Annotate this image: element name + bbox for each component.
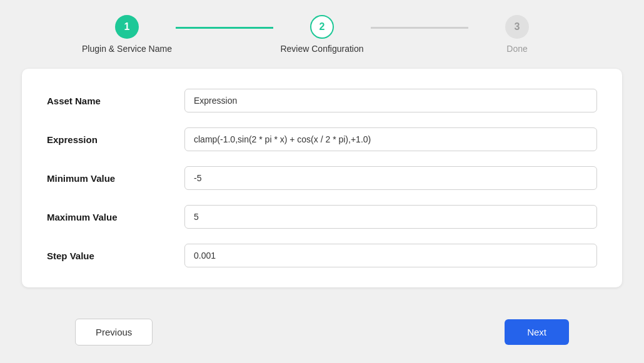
step-value-row: Step Value (47, 244, 597, 267)
step-2-label: Review Configuration (280, 44, 363, 54)
step-value-label: Step Value (47, 251, 184, 261)
maximum-value-input[interactable] (184, 205, 597, 229)
step-3-circle: 3 (505, 15, 529, 39)
minimum-value-input[interactable] (184, 166, 597, 190)
minimum-value-label: Minimum Value (47, 173, 184, 184)
step-3-label: Done (506, 44, 527, 54)
expression-row: Expression (47, 127, 597, 151)
bottom-bar: Previous Next (0, 301, 644, 363)
asset-name-label: Asset Name (47, 96, 184, 106)
step-1-label: Plugin & Service Name (82, 44, 172, 54)
minimum-value-row: Minimum Value (47, 166, 597, 190)
expression-input[interactable] (184, 127, 597, 151)
step-3-number: 3 (515, 21, 520, 32)
asset-name-row: Asset Name (47, 89, 597, 112)
maximum-value-row: Maximum Value (47, 205, 597, 229)
next-button[interactable]: Next (505, 319, 569, 345)
step-2: 2 Review Configuration (273, 15, 371, 54)
step-3: 3 Done (468, 15, 566, 54)
step-1-circle: 1 (115, 15, 139, 39)
maximum-value-label: Maximum Value (47, 212, 184, 222)
stepper: 1 Plugin & Service Name 2 Review Configu… (0, 0, 644, 66)
asset-name-input[interactable] (184, 89, 597, 112)
previous-button[interactable]: Previous (75, 319, 153, 346)
configuration-card: Asset Name Expression Minimum Value Maxi… (22, 69, 622, 287)
expression-label: Expression (47, 134, 184, 145)
step-value-input[interactable] (184, 244, 597, 267)
step-1: 1 Plugin & Service Name (78, 15, 176, 54)
step-1-number: 1 (124, 21, 130, 32)
step-2-circle: 2 (310, 15, 334, 39)
step-2-number: 2 (319, 21, 325, 32)
connector-2 (371, 26, 468, 29)
connector-1 (176, 26, 273, 29)
